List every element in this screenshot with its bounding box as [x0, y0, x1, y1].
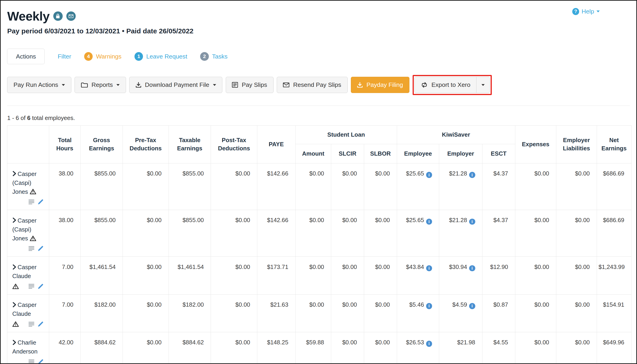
employee-row-actions	[12, 359, 47, 364]
employee-row-actions	[12, 284, 47, 289]
chevron-down-icon	[62, 84, 65, 86]
cell-ks-employer: $21.28i	[439, 210, 482, 256]
employee-count-summary: 1 - 6 of 6 total employees.	[7, 115, 630, 121]
tab-actions[interactable]: Actions	[7, 49, 45, 64]
employee-name[interactable]: Casper (Caspi) Jones	[12, 170, 47, 196]
cell-taxable-earnings: $884.62	[169, 332, 211, 364]
table-row: Casper Claude 7.00 $182.00 $0.00 $182.00…	[7, 294, 631, 332]
employee-name[interactable]: Casper Claude	[12, 300, 47, 318]
info-icon[interactable]: i	[426, 303, 432, 309]
tab-filter[interactable]: Filter	[58, 53, 71, 60]
edit-pencil-icon[interactable]	[38, 199, 44, 205]
cell-sl-amount: $0.00	[295, 163, 331, 210]
info-icon[interactable]: i	[426, 265, 432, 272]
edit-pencil-icon[interactable]	[38, 321, 44, 327]
cell-total-hours: 42.00	[49, 332, 81, 364]
cell-paye: $142.66	[257, 210, 295, 256]
cell-ks-employee: $25.65i	[397, 163, 439, 210]
cell-ks-employer: $4.59i	[439, 294, 482, 332]
cell-net-earnings: $686.69	[597, 210, 631, 256]
cell-sl-amount: $59.88	[295, 332, 331, 364]
pay-run-table: Total Hours Gross Earnings Pre-Tax Deduc…	[7, 126, 631, 364]
cell-slbor: $0.00	[364, 332, 397, 364]
notes-icon[interactable]	[28, 284, 35, 288]
notes-icon[interactable]	[28, 322, 35, 326]
table-row: Casper (Caspi) Jones 38.00 $855.00 $0.00…	[7, 163, 631, 210]
pay-run-page: ? Help Weekly Pay period 6/03/2021 to 12…	[0, 0, 637, 364]
info-icon[interactable]: i	[426, 172, 432, 178]
warning-icon	[12, 321, 19, 327]
edit-pencil-icon[interactable]	[38, 284, 44, 289]
cell-net-earnings: $1,243.99	[597, 256, 631, 294]
employee-row-actions	[12, 246, 47, 251]
info-icon[interactable]: i	[426, 341, 432, 347]
cell-total-hours: 7.00	[49, 256, 81, 294]
cell-gross-earnings: $1,461.54	[81, 256, 123, 294]
employee-name[interactable]: Casper Claude	[12, 263, 47, 280]
warning-icon	[30, 236, 36, 241]
chevron-right-icon	[12, 340, 17, 345]
cell-ks-employer: $21.98	[439, 332, 482, 364]
cell-pre-tax-deductions: $0.00	[123, 163, 169, 210]
help-menu[interactable]: ? Help	[572, 8, 600, 15]
employee-name[interactable]: Charlie Anderson	[12, 338, 47, 356]
cell-ks-employer: $30.94i	[439, 256, 482, 294]
chevron-down-icon	[481, 84, 485, 86]
notifications-sent-icon[interactable]	[66, 12, 76, 21]
cell-esct: $4.37	[482, 210, 515, 256]
info-icon[interactable]: i	[469, 219, 475, 225]
chevron-right-icon	[12, 218, 17, 223]
info-icon[interactable]: i	[469, 172, 475, 178]
pay-run-actions-button[interactable]: Pay Run Actions	[7, 77, 71, 93]
col-header-ks-employee: Employee	[397, 144, 439, 163]
cell-slcir: $0.00	[331, 294, 364, 332]
cell-esct: $0.87	[482, 294, 515, 332]
employee-name[interactable]: Casper (Caspi) Jones	[12, 216, 47, 243]
export-to-xero-dropdown-toggle[interactable]	[476, 77, 490, 93]
col-header-pre-tax-deductions: Pre-Tax Deductions	[123, 126, 169, 163]
download-icon	[136, 82, 141, 88]
page-header: Weekly	[7, 9, 630, 24]
cell-net-earnings: $686.69	[597, 163, 631, 210]
cell-pre-tax-deductions: $0.00	[123, 210, 169, 256]
cell-ks-employee: $25.65i	[397, 210, 439, 256]
cell-slcir: $0.00	[331, 332, 364, 364]
pay-slips-button[interactable]: Pay Slips	[226, 77, 273, 93]
cell-slbor: $0.00	[364, 210, 397, 256]
col-header-expenses: Expenses	[515, 126, 556, 163]
cell-esct: $12.90	[482, 256, 515, 294]
col-header-paye: PAYE	[257, 126, 295, 163]
col-header-post-tax-deductions: Post-Tax Deductions	[211, 126, 257, 163]
cell-expenses: $0.00	[515, 163, 556, 210]
download-payment-file-button[interactable]: Download Payment File	[129, 77, 222, 93]
info-icon[interactable]: i	[426, 219, 432, 225]
tab-tasks[interactable]: 2 Tasks	[200, 52, 228, 60]
cell-employer-liabilities: $0.00	[556, 163, 597, 210]
cell-paye: $148.25	[257, 332, 295, 364]
cell-net-earnings: $154.91	[597, 294, 631, 332]
locked-pay-run-icon[interactable]	[53, 12, 63, 21]
info-icon[interactable]: i	[469, 303, 475, 309]
cell-slcir: $0.00	[331, 163, 364, 210]
cell-taxable-earnings: $1,461.54	[169, 256, 211, 294]
cell-taxable-earnings: $182.00	[169, 294, 211, 332]
export-to-xero-button[interactable]: Export to Xero	[414, 77, 477, 93]
warnings-count-badge: 4	[84, 52, 93, 60]
reports-button[interactable]: Reports	[75, 77, 126, 93]
cell-employer-liabilities: $0.00	[556, 256, 597, 294]
notes-icon[interactable]	[28, 360, 35, 364]
edit-pencil-icon[interactable]	[38, 246, 44, 251]
resend-pay-slips-button[interactable]: Resend Pay Slips	[277, 77, 348, 93]
col-header-net-earnings: Net Earnings	[597, 126, 631, 163]
notes-icon[interactable]	[28, 246, 35, 251]
tab-warnings[interactable]: 4 Warnings	[84, 52, 121, 60]
edit-pencil-icon[interactable]	[38, 359, 44, 364]
payday-filing-button[interactable]: Payday Filing	[351, 77, 409, 93]
tab-leave-request[interactable]: 1 Leave Request	[135, 52, 187, 60]
cell-pre-tax-deductions: $0.00	[123, 256, 169, 294]
chevron-right-icon	[12, 264, 17, 270]
cell-total-hours: 7.00	[49, 294, 81, 332]
notes-icon[interactable]	[28, 200, 35, 204]
info-icon[interactable]: i	[469, 265, 475, 272]
cell-employer-liabilities: $0.00	[556, 294, 597, 332]
